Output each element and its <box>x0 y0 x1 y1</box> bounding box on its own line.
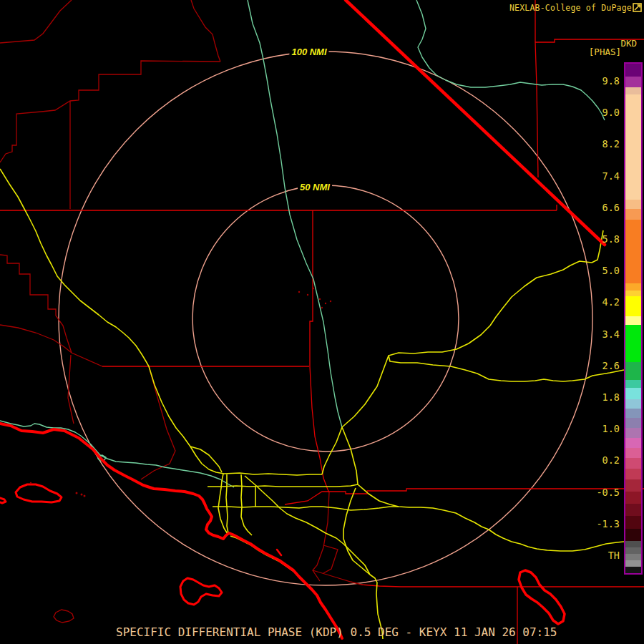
scale-tick-label: 9.8 <box>602 75 620 87</box>
scale-segment <box>625 516 641 529</box>
scale-tick-label: 1.0 <box>602 423 620 434</box>
product-code-label: DKD <box>620 38 637 49</box>
scale-segment <box>625 438 641 448</box>
scale-segment <box>625 504 641 516</box>
scale-segment <box>625 220 641 283</box>
scale-segment <box>625 409 641 418</box>
color-scale-bar <box>624 62 643 575</box>
scale-segment <box>625 541 641 547</box>
scale-segment <box>625 529 641 541</box>
scale-segment <box>625 560 641 567</box>
scale-segment <box>625 283 641 291</box>
scale-segment <box>625 291 641 296</box>
scale-tick-label: 2.6 <box>602 360 620 371</box>
scale-segment <box>625 209 641 220</box>
range-rings <box>59 52 592 585</box>
scale-segment <box>625 479 641 492</box>
inner-ring-label: 50 NMI <box>298 182 332 192</box>
scale-segment <box>625 399 641 409</box>
scale-tick-label: -1.3 <box>596 518 620 530</box>
scale-segment <box>625 554 641 560</box>
scale-segment <box>625 87 641 94</box>
scale-segment <box>625 362 641 380</box>
scale-tick-label: 5.8 <box>602 233 620 245</box>
river-lines <box>0 0 605 487</box>
scale-segment <box>625 448 641 458</box>
status-bar-text: SPECIFIC DIFFERENTIAL PHASE (KDP) 0.5 DE… <box>116 625 557 639</box>
radar-viewer: 100 NMI 50 NMI NEXLAB-College of DuPage … <box>0 0 644 644</box>
product-units-label: [PHAS] <box>589 47 621 57</box>
radar-map <box>0 0 644 644</box>
scale-tick-label: 8.2 <box>602 138 620 150</box>
brand-title: NEXLAB-College of DuPage <box>509 3 632 13</box>
scale-segment <box>625 567 641 573</box>
scale-tick-label: 6.6 <box>602 202 620 213</box>
scale-segment <box>625 547 641 554</box>
scale-segment <box>625 458 641 469</box>
county-lines <box>0 0 361 585</box>
scale-segment <box>625 428 641 438</box>
scale-tick-label: 5.0 <box>602 265 620 276</box>
scale-segment <box>625 77 641 87</box>
scale-segment <box>625 325 641 362</box>
scale-segment <box>625 492 641 504</box>
scale-segment <box>625 296 641 316</box>
scale-tick-label: 3.4 <box>602 328 620 340</box>
coastline <box>0 424 342 638</box>
scale-segment <box>625 64 641 77</box>
scale-tick-label: 0.2 <box>602 454 620 466</box>
scale-tick-label: 1.8 <box>602 391 620 403</box>
cod-logo-icon <box>633 3 642 12</box>
scale-segment <box>625 418 641 428</box>
scale-segment <box>625 200 641 209</box>
radar-echo-speckles <box>298 288 331 308</box>
scale-tick-label: 4.2 <box>602 296 620 308</box>
scale-segment <box>625 388 641 399</box>
islands <box>0 482 565 624</box>
outer-ring-label: 100 NMI <box>289 47 328 57</box>
scale-segment <box>625 316 641 325</box>
scale-tick-label: 9.0 <box>602 107 620 118</box>
county-lines-bright <box>0 0 644 644</box>
scale-segment <box>625 94 641 200</box>
scale-tick-label: 7.4 <box>602 170 620 182</box>
scale-tick-label: TH <box>608 550 620 561</box>
scale-segment <box>625 469 641 479</box>
state-border-line <box>346 0 605 245</box>
scale-segment <box>625 380 641 388</box>
scale-tick-label: -0.5 <box>596 487 620 498</box>
